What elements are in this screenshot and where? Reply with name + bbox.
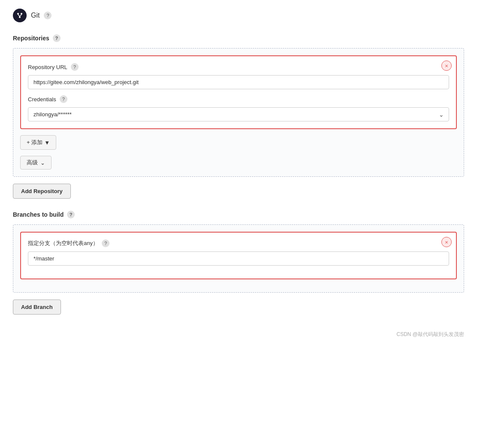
url-help-badge[interactable]: ? [71, 63, 79, 71]
page-header: Git ? [13, 9, 464, 22]
advanced-row: 高级 ⌄ [20, 156, 457, 170]
branches-section: Branches to build ? 指定分支（为空时代表any） ? × A… [13, 211, 464, 327]
repositories-help-badge[interactable]: ? [53, 34, 61, 42]
branches-outer-box: 指定分支（为空时代表any） ? × [13, 224, 464, 293]
credentials-label: Credentials [28, 96, 56, 103]
repository-close-button[interactable]: × [441, 61, 452, 71]
add-credential-button[interactable]: + 添加 ▼ [20, 135, 56, 150]
url-field-row: Repository URL ? [28, 63, 449, 71]
add-repository-button[interactable]: Add Repository [13, 184, 71, 199]
svg-point-1 [21, 13, 22, 15]
branches-help-badge[interactable]: ? [67, 211, 75, 218]
add-chevron-icon: ▼ [44, 139, 50, 146]
add-button-row: + 添加 ▼ [20, 135, 457, 150]
repository-item-box: Repository URL ? Credentials ? zhilongya… [20, 55, 457, 129]
watermark: CSDN @敲代码敲到头发茂密 [13, 331, 464, 338]
svg-point-2 [19, 16, 21, 18]
advanced-button[interactable]: 高级 ⌄ [20, 156, 52, 170]
branch-field-label: 指定分支（为空时代表any） [28, 239, 98, 247]
git-icon [13, 9, 27, 22]
url-field-label: Repository URL [28, 64, 67, 70]
credentials-help-badge[interactable]: ? [60, 95, 67, 103]
branch-input[interactable] [28, 251, 449, 266]
repositories-outer-box: Repository URL ? Credentials ? zhilongya… [13, 48, 464, 177]
add-branch-button[interactable]: Add Branch [13, 300, 61, 315]
advanced-chevron-icon: ⌄ [40, 160, 45, 166]
credentials-select[interactable]: zhilongya/****** [28, 107, 449, 121]
branches-section-label: Branches to build ? [13, 211, 464, 218]
repository-url-input[interactable] [28, 75, 449, 89]
page-title: Git [31, 12, 39, 19]
repositories-section: Repositories ? Repository URL ? Credenti… [13, 34, 464, 211]
branch-help-badge[interactable]: ? [102, 239, 109, 247]
branch-close-button[interactable]: × [441, 237, 452, 247]
svg-point-0 [17, 13, 19, 15]
svg-line-3 [18, 15, 20, 16]
git-help-badge[interactable]: ? [44, 12, 52, 19]
repositories-section-label: Repositories ? [13, 34, 464, 42]
svg-line-4 [20, 15, 21, 16]
credentials-field-row: Credentials ? [28, 95, 449, 103]
credentials-select-wrapper: zhilongya/****** ⌄ [28, 107, 449, 121]
branch-field-row: 指定分支（为空时代表any） ? [28, 239, 449, 247]
branch-item-box: 指定分支（为空时代表any） ? × [20, 232, 457, 279]
